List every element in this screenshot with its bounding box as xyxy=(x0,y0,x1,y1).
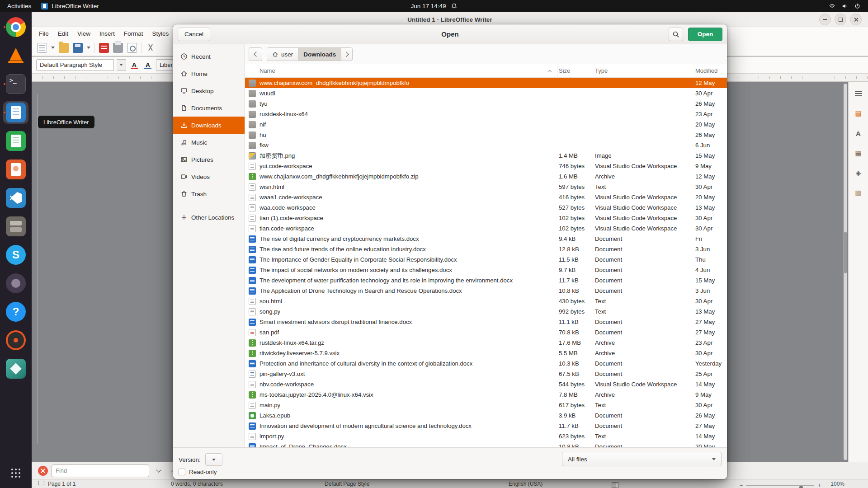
update-style-icon[interactable]: A xyxy=(129,60,140,70)
column-header-name[interactable]: Name xyxy=(245,64,558,77)
file-type-filter-dropdown[interactable]: All files xyxy=(562,452,722,466)
word-count[interactable]: 0 words, 0 characters xyxy=(171,481,223,487)
back-button[interactable] xyxy=(249,47,262,61)
dock-item-help[interactable] xyxy=(3,300,28,323)
find-close-button[interactable] xyxy=(38,466,48,476)
file-row-wisn-html[interactable]: wisn.html597 bytesText30 Apr xyxy=(245,182,727,192)
dock-item-vlc[interactable] xyxy=(3,44,28,67)
page-panel-icon[interactable]: ▥ xyxy=(853,188,864,198)
file-row-ritwickdey-liveserver-5-7-9-vsix[interactable]: ritwickdey.liveserver-5.7.9.vsix5.5 MBAr… xyxy=(245,348,727,358)
print-preview-icon[interactable] xyxy=(127,43,137,53)
new-style-icon[interactable]: A xyxy=(142,60,153,70)
file-row-song-py[interactable]: song.py992 bytesText13 May xyxy=(245,306,727,317)
save-dropdown-icon[interactable] xyxy=(87,47,90,49)
file-row-the-development-of-water-purification-te[interactable]: The development of water purification te… xyxy=(245,275,727,286)
file-row--png[interactable]: 加密货币.png1.4 MBImage15 May xyxy=(245,150,727,161)
sidebar-item-other-locations[interactable]: Other Locations xyxy=(173,209,245,226)
sidebar-item-home[interactable]: Home xyxy=(173,65,245,82)
file-row-impact-of-drone-changes-docx[interactable]: Impact_of_Drone_Changes.docx10.8 kBDocum… xyxy=(245,441,727,447)
dock-item-terminal[interactable] xyxy=(3,73,28,95)
sidebar-item-desktop[interactable]: Desktop xyxy=(173,82,245,99)
zoom-slider-thumb[interactable] xyxy=(799,486,803,488)
path-current-button[interactable]: Downloads xyxy=(298,47,341,61)
cut-icon[interactable] xyxy=(146,43,156,53)
clock[interactable]: Jun 17 14:49 xyxy=(410,3,446,9)
page-style[interactable]: Default Page Style xyxy=(325,481,369,487)
close-button[interactable] xyxy=(850,14,862,25)
page-count[interactable]: Page 1 of 1 xyxy=(48,481,75,487)
zoom-percentage[interactable]: 100% xyxy=(830,481,844,487)
file-row-nif[interactable]: nif20 May xyxy=(245,119,727,130)
open-button[interactable]: Open xyxy=(688,28,722,41)
file-row-the-importance-of-gender-equality-in-cor[interactable]: The Importance of Gender Equality in Cor… xyxy=(245,254,727,265)
file-row-main-py[interactable]: main.py617 bytesText30 Apr xyxy=(245,400,727,410)
sidebar-item-downloads[interactable]: Downloads xyxy=(173,117,245,134)
file-row-the-application-of-drone-technology-in-s[interactable]: The Application of Drone Technology in S… xyxy=(245,286,727,296)
activities-button[interactable]: Activities xyxy=(7,3,31,9)
file-row-the-impact-of-social-networks-on-modern-[interactable]: The impact of social networks on modern … xyxy=(245,265,727,275)
menu-styles[interactable]: Styles xyxy=(148,28,174,39)
file-row-tian-code-workspace[interactable]: tian.code-workspace102 bytesVisual Studi… xyxy=(245,223,727,234)
scrollbar-thumb[interactable] xyxy=(844,232,847,273)
dock-item-pro[interactable] xyxy=(3,329,28,352)
dock-item-vscode[interactable] xyxy=(3,187,28,209)
file-row-waaa1-code-workspace[interactable]: waaa1.code-workspace416 bytesVisual Stud… xyxy=(245,192,727,202)
file-row-waa-code-workspace[interactable]: waa.code-workspace527 bytesVisual Studio… xyxy=(245,202,727,213)
system-tray[interactable] xyxy=(829,3,868,9)
file-row-rustdesk-linux-x64-tar-gz[interactable]: rustdesk-linux-x64.tar.gz17.6 MBArchive2… xyxy=(245,338,727,348)
vertical-scrollbar[interactable] xyxy=(844,84,847,460)
sidebar-item-trash[interactable]: Trash xyxy=(173,185,245,202)
file-row-yui-code-workspace[interactable]: yui.code-workspace746 bytesVisual Studio… xyxy=(245,161,727,171)
menu-edit[interactable]: Edit xyxy=(53,28,73,39)
focused-app[interactable]: LibreOffice Writer xyxy=(41,3,99,9)
search-button[interactable] xyxy=(669,28,683,41)
file-row-tian-1-code-workspace[interactable]: tian (1).code-workspace102 bytesVisual S… xyxy=(245,213,727,223)
gallery-icon[interactable]: ▦ xyxy=(853,148,864,159)
menu-view[interactable]: View xyxy=(73,28,95,39)
sidebar-item-videos[interactable]: Videos xyxy=(173,168,245,185)
open-file-icon[interactable] xyxy=(59,43,69,53)
dock-item-darkapp[interactable] xyxy=(3,272,28,295)
file-row-san-pdf[interactable]: san.pdf70.8 kBDocument27 May xyxy=(245,327,727,338)
menu-insert[interactable]: Insert xyxy=(95,28,119,39)
save-icon[interactable] xyxy=(73,43,83,53)
file-row-the-rise-of-digital-currency-and-cryptoc[interactable]: The rise of digital currency and cryptoc… xyxy=(245,234,727,244)
cancel-button[interactable]: Cancel xyxy=(178,28,210,41)
dock-item-writer[interactable] xyxy=(3,101,28,124)
minimize-button[interactable] xyxy=(819,14,831,25)
find-next-button[interactable] xyxy=(153,465,165,477)
sidebar-settings-icon[interactable] xyxy=(853,88,864,99)
zoom-out-button[interactable]: − xyxy=(740,482,743,488)
maximize-button[interactable] xyxy=(835,14,846,25)
file-row-wuudi[interactable]: wuudi30 Apr xyxy=(245,88,727,99)
file-row-smart-investment-advisors-disrupt-tradit[interactable]: Smart investment advisors disrupt tradit… xyxy=(245,317,727,327)
file-row-hu[interactable]: hu26 May xyxy=(245,130,727,140)
print-icon[interactable] xyxy=(113,43,123,53)
dock-item-skype[interactable] xyxy=(3,244,28,266)
path-home-button[interactable]: user xyxy=(267,47,298,61)
version-dropdown[interactable] xyxy=(205,453,222,466)
column-header-size[interactable]: Size xyxy=(558,64,594,77)
file-row-ms-toolsai-jupyter-2025-4-0-linux-x64-vs[interactable]: ms-toolsai.jupyter-2025.4.0@linux-x64.vs… xyxy=(245,389,727,400)
properties-icon[interactable]: ▤ xyxy=(853,108,864,119)
menu-file[interactable]: File xyxy=(34,28,53,39)
show-applications-button[interactable] xyxy=(3,461,28,485)
dock-item-store[interactable] xyxy=(3,357,28,380)
export-pdf-icon[interactable] xyxy=(99,43,109,53)
file-row-rustdesk-linux-x64[interactable]: rustdesk-linux-x6423 Apr xyxy=(245,109,727,119)
path-forward-button[interactable] xyxy=(341,47,353,61)
dock-item-chrome[interactable] xyxy=(3,16,28,38)
column-header-type[interactable]: Type xyxy=(594,64,694,77)
paragraph-style-combo[interactable]: Default Paragraph Style xyxy=(36,59,114,71)
sidebar-item-documents[interactable]: Documents xyxy=(173,99,245,117)
file-row-innovation-and-development-of-modern-agr[interactable]: Innovation and development of modern agr… xyxy=(245,421,727,431)
sidebar-item-music[interactable]: Music xyxy=(173,134,245,151)
sidebar-item-pictures[interactable]: Pictures xyxy=(173,151,245,168)
column-header-modified[interactable]: Modified xyxy=(694,64,727,77)
file-row-laksa-epub[interactable]: Laksa.epub3.9 kBDocument26 May xyxy=(245,410,727,421)
file-row-fkw[interactable]: fkw6 Jun xyxy=(245,140,727,150)
menu-format[interactable]: Format xyxy=(119,28,148,39)
dock-item-files[interactable] xyxy=(3,215,28,238)
file-row-import-py[interactable]: import.py623 bytesText14 May xyxy=(245,431,727,441)
file-row-protection-and-inheritance-of-cultural-d[interactable]: Protection and inheritance of cultural d… xyxy=(245,358,727,369)
